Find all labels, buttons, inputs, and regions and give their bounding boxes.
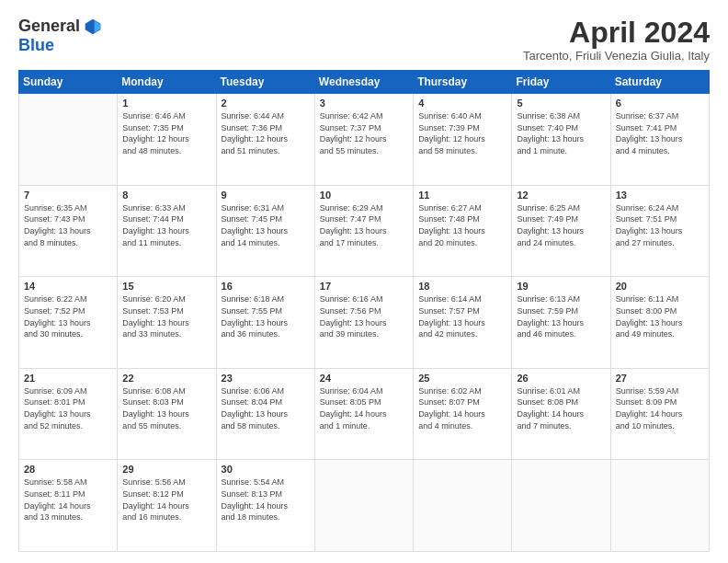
calendar-week-row-3: 21Sunrise: 6:09 AM Sunset: 8:01 PM Dayli… — [19, 368, 710, 460]
day-number: 30 — [222, 464, 310, 475]
calendar-header-row: Sunday Monday Tuesday Wednesday Thursday… — [19, 71, 710, 94]
day-number: 17 — [320, 281, 408, 292]
day-info: Sunrise: 5:56 AM Sunset: 8:12 PM Dayligh… — [122, 477, 210, 523]
logo-icon — [84, 17, 102, 36]
day-number: 22 — [122, 373, 210, 384]
page: General Blue April 2024 Tarcento, Friuli… — [0, 0, 728, 563]
day-number: 3 — [320, 98, 408, 109]
day-info: Sunrise: 6:08 AM Sunset: 8:03 PM Dayligh… — [122, 385, 210, 431]
calendar-cell: 27Sunrise: 5:59 AM Sunset: 8:09 PM Dayli… — [610, 368, 709, 460]
day-number: 15 — [122, 281, 210, 292]
calendar-cell: 1Sunrise: 6:46 AM Sunset: 7:35 PM Daylig… — [118, 94, 216, 186]
day-info: Sunrise: 6:14 AM Sunset: 7:57 PM Dayligh… — [418, 293, 506, 339]
calendar-cell: 6Sunrise: 6:37 AM Sunset: 7:41 PM Daylig… — [610, 94, 709, 186]
calendar-cell: 14Sunrise: 6:22 AM Sunset: 7:52 PM Dayli… — [19, 277, 118, 369]
calendar-cell: 25Sunrise: 6:02 AM Sunset: 8:07 PM Dayli… — [414, 368, 512, 460]
day-number: 8 — [122, 190, 210, 201]
day-number: 12 — [517, 190, 605, 201]
calendar-cell: 21Sunrise: 6:09 AM Sunset: 8:01 PM Dayli… — [19, 368, 118, 460]
day-info: Sunrise: 6:24 AM Sunset: 7:51 PM Dayligh… — [616, 202, 704, 248]
day-info: Sunrise: 6:02 AM Sunset: 8:07 PM Dayligh… — [418, 385, 506, 431]
day-number: 2 — [222, 98, 310, 109]
logo-general-text: General — [18, 17, 80, 36]
day-number: 4 — [418, 98, 506, 109]
day-info: Sunrise: 6:09 AM Sunset: 8:01 PM Dayligh… — [24, 385, 112, 431]
day-info: Sunrise: 6:31 AM Sunset: 7:45 PM Dayligh… — [222, 202, 310, 248]
calendar-cell: 11Sunrise: 6:27 AM Sunset: 7:48 PM Dayli… — [414, 185, 512, 277]
header-thursday: Thursday — [414, 71, 512, 94]
day-info: Sunrise: 6:11 AM Sunset: 8:00 PM Dayligh… — [616, 293, 704, 339]
header-tuesday: Tuesday — [216, 71, 314, 94]
day-info: Sunrise: 5:54 AM Sunset: 8:13 PM Dayligh… — [222, 477, 310, 523]
calendar-cell: 20Sunrise: 6:11 AM Sunset: 8:00 PM Dayli… — [610, 277, 709, 369]
calendar-table: Sunday Monday Tuesday Wednesday Thursday… — [18, 70, 710, 552]
day-number: 19 — [517, 281, 605, 292]
calendar-cell: 3Sunrise: 6:42 AM Sunset: 7:37 PM Daylig… — [314, 94, 413, 186]
day-info: Sunrise: 6:13 AM Sunset: 7:59 PM Dayligh… — [517, 293, 605, 339]
header-sunday: Sunday — [19, 71, 118, 94]
calendar-cell: 19Sunrise: 6:13 AM Sunset: 7:59 PM Dayli… — [512, 277, 610, 369]
month-title: April 2024 — [523, 17, 710, 49]
day-info: Sunrise: 6:16 AM Sunset: 7:56 PM Dayligh… — [320, 293, 408, 339]
day-info: Sunrise: 6:06 AM Sunset: 8:04 PM Dayligh… — [222, 385, 310, 431]
day-info: Sunrise: 6:20 AM Sunset: 7:53 PM Dayligh… — [122, 293, 210, 339]
day-number: 11 — [418, 190, 506, 201]
calendar-cell: 5Sunrise: 6:38 AM Sunset: 7:40 PM Daylig… — [512, 94, 610, 186]
day-number: 25 — [418, 373, 506, 384]
day-number: 7 — [24, 190, 112, 201]
calendar-cell — [610, 460, 709, 552]
day-number: 14 — [24, 281, 112, 292]
day-number: 24 — [320, 373, 408, 384]
day-info: Sunrise: 6:01 AM Sunset: 8:08 PM Dayligh… — [517, 385, 605, 431]
calendar-week-row-0: 1Sunrise: 6:46 AM Sunset: 7:35 PM Daylig… — [19, 94, 710, 186]
day-info: Sunrise: 5:58 AM Sunset: 8:11 PM Dayligh… — [24, 477, 112, 523]
day-info: Sunrise: 6:46 AM Sunset: 7:35 PM Dayligh… — [122, 110, 210, 156]
day-info: Sunrise: 5:59 AM Sunset: 8:09 PM Dayligh… — [616, 385, 704, 431]
day-number: 9 — [222, 190, 310, 201]
calendar-cell — [512, 460, 610, 552]
calendar-cell: 22Sunrise: 6:08 AM Sunset: 8:03 PM Dayli… — [118, 368, 216, 460]
calendar-cell — [19, 94, 118, 186]
day-number: 23 — [222, 373, 310, 384]
calendar-cell: 2Sunrise: 6:44 AM Sunset: 7:36 PM Daylig… — [216, 94, 314, 186]
calendar-week-row-2: 14Sunrise: 6:22 AM Sunset: 7:52 PM Dayli… — [19, 277, 710, 369]
day-info: Sunrise: 6:33 AM Sunset: 7:44 PM Dayligh… — [122, 202, 210, 248]
header: General Blue April 2024 Tarcento, Friuli… — [18, 17, 710, 63]
calendar-cell: 8Sunrise: 6:33 AM Sunset: 7:44 PM Daylig… — [118, 185, 216, 277]
calendar-cell: 23Sunrise: 6:06 AM Sunset: 8:04 PM Dayli… — [216, 368, 314, 460]
day-number: 1 — [122, 98, 210, 109]
day-info: Sunrise: 6:40 AM Sunset: 7:39 PM Dayligh… — [418, 110, 506, 156]
calendar-cell: 4Sunrise: 6:40 AM Sunset: 7:39 PM Daylig… — [414, 94, 512, 186]
day-info: Sunrise: 6:04 AM Sunset: 8:05 PM Dayligh… — [320, 385, 408, 431]
day-info: Sunrise: 6:27 AM Sunset: 7:48 PM Dayligh… — [418, 202, 506, 248]
logo: General Blue — [18, 17, 102, 55]
title-section: April 2024 Tarcento, Friuli Venezia Giul… — [523, 17, 710, 63]
header-wednesday: Wednesday — [314, 71, 413, 94]
calendar-week-row-4: 28Sunrise: 5:58 AM Sunset: 8:11 PM Dayli… — [19, 460, 710, 552]
day-number: 27 — [616, 373, 704, 384]
day-info: Sunrise: 6:44 AM Sunset: 7:36 PM Dayligh… — [222, 110, 310, 156]
calendar-cell: 26Sunrise: 6:01 AM Sunset: 8:08 PM Dayli… — [512, 368, 610, 460]
calendar-cell: 10Sunrise: 6:29 AM Sunset: 7:47 PM Dayli… — [314, 185, 413, 277]
day-number: 29 — [122, 464, 210, 475]
day-number: 16 — [222, 281, 310, 292]
calendar-week-row-1: 7Sunrise: 6:35 AM Sunset: 7:43 PM Daylig… — [19, 185, 710, 277]
calendar-cell: 30Sunrise: 5:54 AM Sunset: 8:13 PM Dayli… — [216, 460, 314, 552]
calendar-cell: 12Sunrise: 6:25 AM Sunset: 7:49 PM Dayli… — [512, 185, 610, 277]
calendar-cell — [414, 460, 512, 552]
day-number: 20 — [616, 281, 704, 292]
day-info: Sunrise: 6:29 AM Sunset: 7:47 PM Dayligh… — [320, 202, 408, 248]
day-info: Sunrise: 6:18 AM Sunset: 7:55 PM Dayligh… — [222, 293, 310, 339]
day-number: 26 — [517, 373, 605, 384]
calendar-cell: 24Sunrise: 6:04 AM Sunset: 8:05 PM Dayli… — [314, 368, 413, 460]
location-text: Tarcento, Friuli Venezia Giulia, Italy — [523, 49, 710, 63]
day-number: 13 — [616, 190, 704, 201]
calendar-cell: 17Sunrise: 6:16 AM Sunset: 7:56 PM Dayli… — [314, 277, 413, 369]
day-number: 5 — [517, 98, 605, 109]
day-info: Sunrise: 6:37 AM Sunset: 7:41 PM Dayligh… — [616, 110, 704, 156]
day-info: Sunrise: 6:38 AM Sunset: 7:40 PM Dayligh… — [517, 110, 605, 156]
day-number: 21 — [24, 373, 112, 384]
header-saturday: Saturday — [610, 71, 709, 94]
calendar-cell: 18Sunrise: 6:14 AM Sunset: 7:57 PM Dayli… — [414, 277, 512, 369]
calendar-cell: 16Sunrise: 6:18 AM Sunset: 7:55 PM Dayli… — [216, 277, 314, 369]
